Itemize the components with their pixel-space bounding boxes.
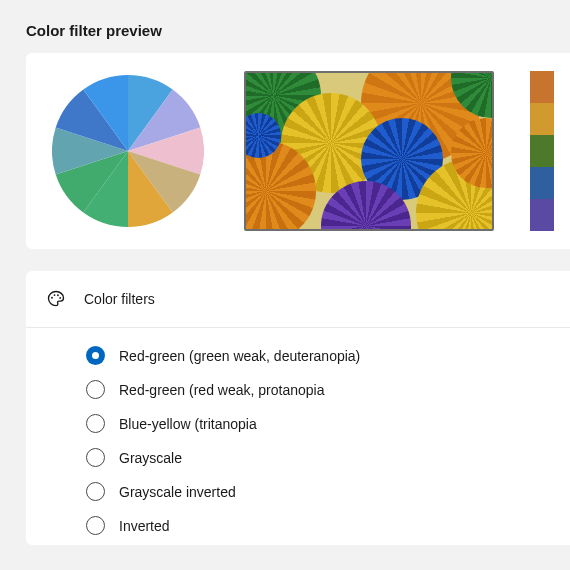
radio-button[interactable] <box>86 380 105 399</box>
filters-header: Color filters <box>26 271 570 328</box>
color-swatches <box>530 71 554 231</box>
filter-option[interactable]: Blue-yellow (tritanopia <box>86 414 570 433</box>
svg-point-3 <box>59 297 61 299</box>
filter-option-label: Grayscale <box>119 450 182 466</box>
radio-button[interactable] <box>86 516 105 535</box>
filter-option[interactable]: Grayscale inverted <box>86 482 570 501</box>
filter-option-label: Red-green (green weak, deuteranopia) <box>119 348 360 364</box>
swatch <box>530 71 554 103</box>
swatch <box>530 135 554 167</box>
filter-option[interactable]: Red-green (green weak, deuteranopia) <box>86 346 570 365</box>
filter-option-label: Blue-yellow (tritanopia <box>119 416 257 432</box>
swatch <box>530 103 554 135</box>
svg-point-2 <box>57 294 59 296</box>
filter-option[interactable]: Red-green (red weak, protanopia <box>86 380 570 399</box>
color-wheel <box>48 71 208 231</box>
radio-button[interactable] <box>86 414 105 433</box>
filter-options: Red-green (green weak, deuteranopia)Red-… <box>26 328 570 535</box>
sample-photo <box>244 71 494 231</box>
swatch <box>530 199 554 231</box>
filter-option[interactable]: Inverted <box>86 516 570 535</box>
filter-option-label: Red-green (red weak, protanopia <box>119 382 324 398</box>
filter-option-label: Grayscale inverted <box>119 484 236 500</box>
swatch <box>530 167 554 199</box>
palette-icon <box>46 289 66 309</box>
page-title: Color filter preview <box>26 22 570 39</box>
preview-card <box>26 53 570 249</box>
radio-button[interactable] <box>86 482 105 501</box>
filters-card: Color filters Red-green (green weak, deu… <box>26 271 570 545</box>
filters-header-label: Color filters <box>84 291 155 307</box>
svg-point-1 <box>54 294 56 296</box>
radio-button[interactable] <box>86 346 105 365</box>
filter-option-label: Inverted <box>119 518 170 534</box>
radio-button[interactable] <box>86 448 105 467</box>
filter-option[interactable]: Grayscale <box>86 448 570 467</box>
svg-point-0 <box>51 297 53 299</box>
